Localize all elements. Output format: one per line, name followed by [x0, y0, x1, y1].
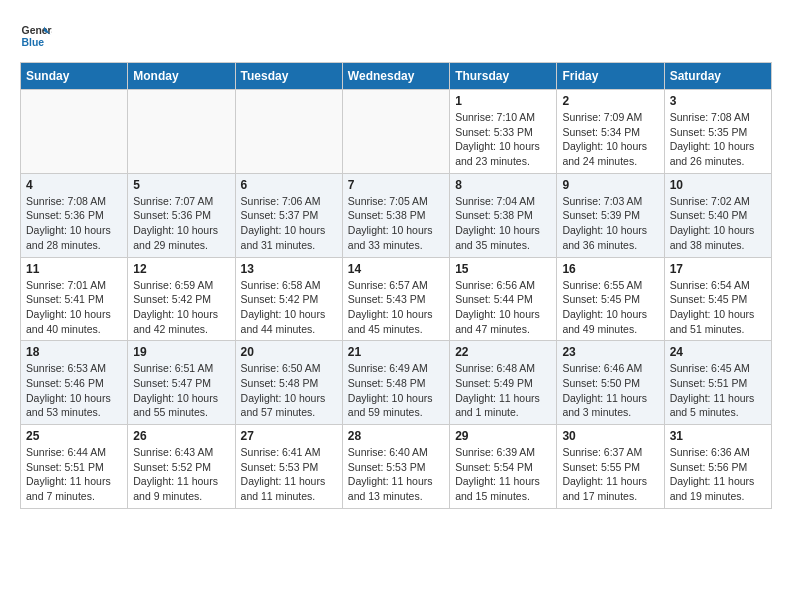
calendar-cell: 17Sunrise: 6:54 AM Sunset: 5:45 PM Dayli… — [664, 257, 771, 341]
calendar-cell: 19Sunrise: 6:51 AM Sunset: 5:47 PM Dayli… — [128, 341, 235, 425]
calendar-cell: 14Sunrise: 6:57 AM Sunset: 5:43 PM Dayli… — [342, 257, 449, 341]
day-number: 18 — [26, 345, 122, 359]
day-info: Sunrise: 6:45 AM Sunset: 5:51 PM Dayligh… — [670, 361, 766, 420]
weekday-header-row: SundayMondayTuesdayWednesdayThursdayFrid… — [21, 63, 772, 90]
day-number: 30 — [562, 429, 658, 443]
day-number: 12 — [133, 262, 229, 276]
calendar-cell: 8Sunrise: 7:04 AM Sunset: 5:38 PM Daylig… — [450, 173, 557, 257]
calendar-cell: 31Sunrise: 6:36 AM Sunset: 5:56 PM Dayli… — [664, 425, 771, 509]
calendar-cell: 29Sunrise: 6:39 AM Sunset: 5:54 PM Dayli… — [450, 425, 557, 509]
day-info: Sunrise: 6:57 AM Sunset: 5:43 PM Dayligh… — [348, 278, 444, 337]
day-info: Sunrise: 6:48 AM Sunset: 5:49 PM Dayligh… — [455, 361, 551, 420]
day-info: Sunrise: 6:40 AM Sunset: 5:53 PM Dayligh… — [348, 445, 444, 504]
calendar-cell: 20Sunrise: 6:50 AM Sunset: 5:48 PM Dayli… — [235, 341, 342, 425]
week-row-3: 11Sunrise: 7:01 AM Sunset: 5:41 PM Dayli… — [21, 257, 772, 341]
day-number: 16 — [562, 262, 658, 276]
calendar-cell — [128, 90, 235, 174]
calendar-cell: 9Sunrise: 7:03 AM Sunset: 5:39 PM Daylig… — [557, 173, 664, 257]
weekday-header-friday: Friday — [557, 63, 664, 90]
week-row-5: 25Sunrise: 6:44 AM Sunset: 5:51 PM Dayli… — [21, 425, 772, 509]
day-info: Sunrise: 6:39 AM Sunset: 5:54 PM Dayligh… — [455, 445, 551, 504]
day-info: Sunrise: 6:36 AM Sunset: 5:56 PM Dayligh… — [670, 445, 766, 504]
calendar-cell: 15Sunrise: 6:56 AM Sunset: 5:44 PM Dayli… — [450, 257, 557, 341]
day-info: Sunrise: 7:08 AM Sunset: 5:35 PM Dayligh… — [670, 110, 766, 169]
day-number: 1 — [455, 94, 551, 108]
day-info: Sunrise: 6:49 AM Sunset: 5:48 PM Dayligh… — [348, 361, 444, 420]
calendar-cell: 2Sunrise: 7:09 AM Sunset: 5:34 PM Daylig… — [557, 90, 664, 174]
week-row-2: 4Sunrise: 7:08 AM Sunset: 5:36 PM Daylig… — [21, 173, 772, 257]
day-number: 22 — [455, 345, 551, 359]
calendar-cell: 11Sunrise: 7:01 AM Sunset: 5:41 PM Dayli… — [21, 257, 128, 341]
day-number: 10 — [670, 178, 766, 192]
day-number: 19 — [133, 345, 229, 359]
weekday-header-sunday: Sunday — [21, 63, 128, 90]
day-info: Sunrise: 6:51 AM Sunset: 5:47 PM Dayligh… — [133, 361, 229, 420]
day-info: Sunrise: 6:59 AM Sunset: 5:42 PM Dayligh… — [133, 278, 229, 337]
day-number: 21 — [348, 345, 444, 359]
day-info: Sunrise: 7:06 AM Sunset: 5:37 PM Dayligh… — [241, 194, 337, 253]
day-number: 27 — [241, 429, 337, 443]
weekday-header-tuesday: Tuesday — [235, 63, 342, 90]
day-info: Sunrise: 6:56 AM Sunset: 5:44 PM Dayligh… — [455, 278, 551, 337]
calendar-cell: 24Sunrise: 6:45 AM Sunset: 5:51 PM Dayli… — [664, 341, 771, 425]
page-header: General Blue — [20, 20, 772, 52]
day-info: Sunrise: 7:03 AM Sunset: 5:39 PM Dayligh… — [562, 194, 658, 253]
weekday-header-wednesday: Wednesday — [342, 63, 449, 90]
calendar-cell: 25Sunrise: 6:44 AM Sunset: 5:51 PM Dayli… — [21, 425, 128, 509]
logo: General Blue — [20, 20, 56, 52]
calendar-cell: 27Sunrise: 6:41 AM Sunset: 5:53 PM Dayli… — [235, 425, 342, 509]
logo-icon: General Blue — [20, 20, 52, 52]
calendar-cell: 26Sunrise: 6:43 AM Sunset: 5:52 PM Dayli… — [128, 425, 235, 509]
calendar-cell: 3Sunrise: 7:08 AM Sunset: 5:35 PM Daylig… — [664, 90, 771, 174]
day-info: Sunrise: 7:02 AM Sunset: 5:40 PM Dayligh… — [670, 194, 766, 253]
calendar-table: SundayMondayTuesdayWednesdayThursdayFrid… — [20, 62, 772, 509]
calendar-cell: 21Sunrise: 6:49 AM Sunset: 5:48 PM Dayli… — [342, 341, 449, 425]
day-number: 20 — [241, 345, 337, 359]
day-number: 29 — [455, 429, 551, 443]
calendar-cell: 12Sunrise: 6:59 AM Sunset: 5:42 PM Dayli… — [128, 257, 235, 341]
day-info: Sunrise: 6:55 AM Sunset: 5:45 PM Dayligh… — [562, 278, 658, 337]
weekday-header-saturday: Saturday — [664, 63, 771, 90]
day-number: 9 — [562, 178, 658, 192]
day-number: 8 — [455, 178, 551, 192]
day-number: 3 — [670, 94, 766, 108]
day-info: Sunrise: 6:58 AM Sunset: 5:42 PM Dayligh… — [241, 278, 337, 337]
calendar-cell: 22Sunrise: 6:48 AM Sunset: 5:49 PM Dayli… — [450, 341, 557, 425]
day-number: 24 — [670, 345, 766, 359]
day-info: Sunrise: 7:04 AM Sunset: 5:38 PM Dayligh… — [455, 194, 551, 253]
calendar-cell: 10Sunrise: 7:02 AM Sunset: 5:40 PM Dayli… — [664, 173, 771, 257]
day-info: Sunrise: 6:44 AM Sunset: 5:51 PM Dayligh… — [26, 445, 122, 504]
day-number: 2 — [562, 94, 658, 108]
day-number: 4 — [26, 178, 122, 192]
day-number: 25 — [26, 429, 122, 443]
calendar-cell: 23Sunrise: 6:46 AM Sunset: 5:50 PM Dayli… — [557, 341, 664, 425]
calendar-cell: 30Sunrise: 6:37 AM Sunset: 5:55 PM Dayli… — [557, 425, 664, 509]
day-number: 23 — [562, 345, 658, 359]
calendar-cell — [342, 90, 449, 174]
week-row-1: 1Sunrise: 7:10 AM Sunset: 5:33 PM Daylig… — [21, 90, 772, 174]
day-number: 11 — [26, 262, 122, 276]
day-info: Sunrise: 6:54 AM Sunset: 5:45 PM Dayligh… — [670, 278, 766, 337]
day-number: 5 — [133, 178, 229, 192]
day-info: Sunrise: 6:50 AM Sunset: 5:48 PM Dayligh… — [241, 361, 337, 420]
day-number: 17 — [670, 262, 766, 276]
day-info: Sunrise: 7:08 AM Sunset: 5:36 PM Dayligh… — [26, 194, 122, 253]
calendar-cell: 13Sunrise: 6:58 AM Sunset: 5:42 PM Dayli… — [235, 257, 342, 341]
calendar-cell: 5Sunrise: 7:07 AM Sunset: 5:36 PM Daylig… — [128, 173, 235, 257]
day-number: 14 — [348, 262, 444, 276]
day-info: Sunrise: 6:46 AM Sunset: 5:50 PM Dayligh… — [562, 361, 658, 420]
calendar-cell: 28Sunrise: 6:40 AM Sunset: 5:53 PM Dayli… — [342, 425, 449, 509]
day-number: 6 — [241, 178, 337, 192]
day-info: Sunrise: 6:43 AM Sunset: 5:52 PM Dayligh… — [133, 445, 229, 504]
day-info: Sunrise: 7:10 AM Sunset: 5:33 PM Dayligh… — [455, 110, 551, 169]
calendar-cell — [235, 90, 342, 174]
calendar-cell: 7Sunrise: 7:05 AM Sunset: 5:38 PM Daylig… — [342, 173, 449, 257]
weekday-header-thursday: Thursday — [450, 63, 557, 90]
day-number: 7 — [348, 178, 444, 192]
calendar-cell: 6Sunrise: 7:06 AM Sunset: 5:37 PM Daylig… — [235, 173, 342, 257]
calendar-cell — [21, 90, 128, 174]
day-info: Sunrise: 6:53 AM Sunset: 5:46 PM Dayligh… — [26, 361, 122, 420]
calendar-cell: 4Sunrise: 7:08 AM Sunset: 5:36 PM Daylig… — [21, 173, 128, 257]
calendar-cell: 1Sunrise: 7:10 AM Sunset: 5:33 PM Daylig… — [450, 90, 557, 174]
day-info: Sunrise: 6:37 AM Sunset: 5:55 PM Dayligh… — [562, 445, 658, 504]
